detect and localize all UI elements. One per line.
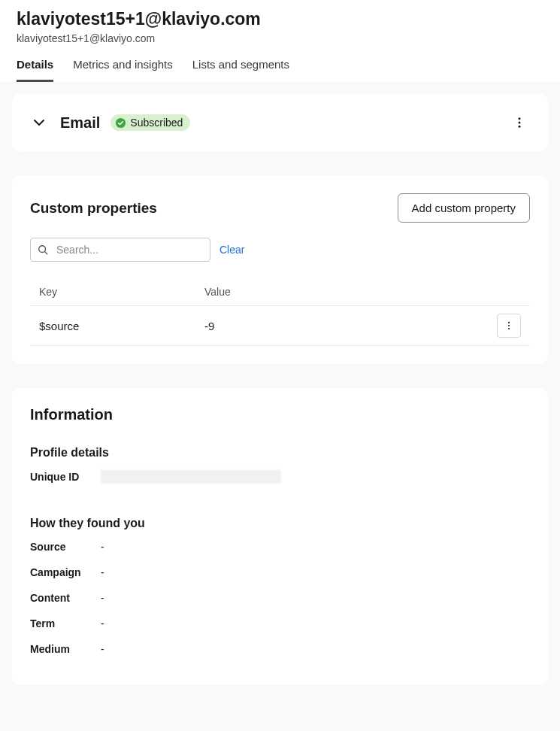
tab-metrics-insights[interactable]: Metrics and insights — [73, 58, 173, 82]
svg-point-0 — [116, 117, 126, 127]
unique-id-label: Unique ID — [30, 471, 101, 483]
email-channel-card: Email Subscribed — [12, 94, 548, 151]
information-card: Information Profile details Unique ID Ho… — [12, 388, 548, 685]
custom-properties-card: Custom properties Add custom property Cl… — [12, 175, 548, 364]
page-subtitle: klaviyotest15+1@klaviyo.com — [17, 32, 543, 44]
medium-value: - — [101, 643, 104, 655]
property-value: -9 — [204, 320, 488, 332]
clear-search-link[interactable]: Clear — [219, 244, 244, 256]
property-key: $source — [39, 320, 204, 332]
campaign-value: - — [101, 566, 104, 578]
unique-id-value-redacted — [101, 470, 281, 484]
table-header: Key Value — [30, 278, 530, 306]
term-value: - — [101, 617, 104, 629]
profile-details-title: Profile details — [30, 446, 530, 460]
table-header-value: Value — [204, 286, 488, 298]
content-value: - — [101, 592, 104, 604]
how-found-title: How they found you — [30, 517, 530, 530]
svg-point-3 — [519, 126, 521, 128]
search-icon — [38, 244, 48, 255]
svg-point-8 — [508, 328, 510, 329]
term-row: Term - — [30, 617, 530, 629]
information-title: Information — [30, 406, 530, 423]
campaign-label: Campaign — [30, 566, 101, 578]
table-row: $source -9 — [30, 306, 530, 346]
svg-point-2 — [519, 122, 521, 124]
email-channel-label: Email — [60, 114, 100, 132]
email-kebab-menu[interactable] — [510, 114, 528, 132]
medium-row: Medium - — [30, 643, 530, 655]
status-badge: Subscribed — [110, 114, 190, 131]
custom-properties-title: Custom properties — [30, 200, 157, 217]
unique-id-row: Unique ID — [30, 470, 530, 484]
tab-details[interactable]: Details — [17, 58, 53, 82]
row-kebab-menu[interactable] — [497, 314, 521, 338]
svg-point-7 — [508, 325, 510, 326]
page-title: klaviyotest15+1@klaviyo.com — [17, 9, 543, 29]
chevron-down-icon[interactable] — [32, 115, 47, 130]
tabs: Details Metrics and insights Lists and s… — [17, 58, 543, 82]
search-input[interactable] — [30, 238, 210, 262]
add-custom-property-button[interactable]: Add custom property — [398, 193, 530, 223]
content-row: Content - — [30, 592, 530, 604]
svg-line-5 — [45, 252, 47, 254]
table-header-key: Key — [39, 286, 204, 298]
term-label: Term — [30, 617, 101, 629]
check-circle-icon — [115, 117, 126, 129]
medium-label: Medium — [30, 643, 101, 655]
svg-point-6 — [508, 322, 510, 323]
search-box — [30, 238, 210, 262]
svg-point-1 — [519, 117, 521, 120]
tab-lists-segments[interactable]: Lists and segments — [192, 58, 289, 82]
source-label: Source — [30, 541, 101, 553]
status-badge-label: Subscribed — [130, 117, 183, 129]
campaign-row: Campaign - — [30, 566, 530, 578]
content-label: Content — [30, 592, 101, 604]
source-row: Source - — [30, 541, 530, 553]
source-value: - — [101, 541, 104, 553]
